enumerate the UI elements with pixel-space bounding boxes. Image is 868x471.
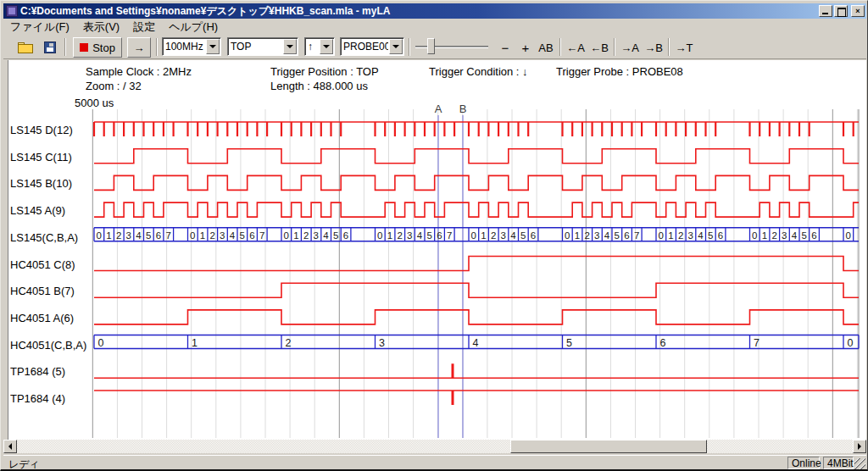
- goto-cursor-b-left-button[interactable]: ←B: [588, 37, 610, 58]
- svg-text:3: 3: [594, 230, 599, 241]
- svg-text:5: 5: [146, 230, 151, 241]
- svg-text:5: 5: [520, 230, 526, 241]
- svg-text:2: 2: [771, 230, 776, 241]
- toolbar-separator: [64, 38, 66, 56]
- close-button[interactable]: ×: [851, 5, 865, 17]
- trigger-edge-combobox[interactable]: ↑: [304, 37, 335, 56]
- slider-thumb[interactable]: [427, 38, 435, 54]
- svg-text:4: 4: [510, 230, 516, 241]
- menu-file[interactable]: ファイル(F): [3, 19, 76, 36]
- svg-text:2: 2: [303, 230, 309, 241]
- svg-text:3: 3: [220, 230, 225, 241]
- arrow-left-icon: [8, 443, 12, 450]
- svg-text:7: 7: [754, 337, 760, 349]
- svg-text:7: 7: [447, 230, 452, 241]
- svg-text:1: 1: [293, 230, 298, 241]
- svg-text:1: 1: [762, 230, 767, 241]
- scroll-right-button[interactable]: [853, 440, 866, 453]
- zoom-ab-button[interactable]: AB: [536, 37, 556, 58]
- scrollbar-thumb[interactable]: [510, 440, 707, 453]
- svg-text:5: 5: [802, 230, 807, 241]
- svg-text:3: 3: [126, 230, 131, 241]
- svg-text:4: 4: [323, 230, 329, 241]
- trigger-edge-value: ↑: [305, 41, 319, 53]
- goto-cursor-b-right-button[interactable]: →B: [643, 37, 665, 58]
- svg-text:0: 0: [565, 230, 570, 241]
- svg-text:0: 0: [190, 230, 195, 241]
- waveform-plot[interactable]: AB01234567012345670123456012345670123456…: [3, 60, 866, 440]
- status-message: レディ: [8, 457, 40, 471]
- chevron-down-icon: [392, 45, 399, 48]
- toolbar: Stop → 100MHz TOP ↑ PROBE00 − + AB: [3, 35, 866, 59]
- toolbar-separator: [559, 38, 561, 56]
- minimize-button[interactable]: [819, 5, 832, 17]
- toolbar-separator: [614, 38, 615, 56]
- menu-settings[interactable]: 設定: [126, 19, 162, 36]
- svg-text:4: 4: [136, 230, 142, 241]
- svg-text:7: 7: [634, 230, 639, 241]
- zoom-out-button[interactable]: −: [497, 37, 514, 58]
- svg-text:6: 6: [660, 337, 666, 349]
- svg-text:6: 6: [531, 230, 536, 241]
- svg-text:1: 1: [481, 230, 486, 241]
- goto-cursor-a-right-button[interactable]: →A: [619, 37, 641, 58]
- svg-text:4: 4: [698, 230, 704, 241]
- maximize-button[interactable]: [834, 5, 848, 17]
- svg-text:0: 0: [97, 230, 102, 241]
- zoom-slider[interactable]: [415, 37, 488, 58]
- run-arrow-icon: →: [134, 42, 145, 54]
- trigger-probe-value: PROBE00: [341, 41, 388, 53]
- resize-grip[interactable]: [854, 458, 865, 469]
- cursor-label: B: [459, 103, 467, 115]
- save-file-button[interactable]: [39, 37, 61, 58]
- title-bar[interactable]: C:¥Documents and Settings¥noname¥デスクトップ¥…: [3, 3, 866, 19]
- run-button[interactable]: →: [127, 37, 151, 58]
- open-folder-icon: [18, 42, 33, 53]
- svg-text:3: 3: [379, 337, 385, 349]
- status-bar: レディ Online 4MBit: [3, 455, 866, 470]
- horizontal-scrollbar[interactable]: [3, 440, 866, 453]
- toolbar-separator: [156, 38, 158, 56]
- sample-clock-combobox[interactable]: 100MHz: [162, 37, 221, 56]
- sample-clock-value: 100MHz: [163, 41, 205, 53]
- trigger-position-value: TOP: [228, 41, 282, 53]
- close-icon: ×: [855, 7, 860, 15]
- menu-view[interactable]: 表示(V): [76, 19, 126, 36]
- app-icon[interactable]: [6, 5, 18, 17]
- svg-text:6: 6: [249, 230, 254, 241]
- dropdown-button[interactable]: [283, 39, 297, 54]
- svg-text:4: 4: [604, 230, 610, 241]
- cursor-label: A: [435, 103, 442, 115]
- goto-cursor-a-left-button[interactable]: ←A: [565, 37, 587, 58]
- svg-text:1: 1: [387, 230, 392, 241]
- menu-bar: ファイル(F) 表示(V) 設定 ヘルプ(H): [3, 19, 866, 35]
- svg-text:2: 2: [209, 230, 214, 241]
- svg-text:6: 6: [343, 230, 348, 241]
- waveform-area: Sample Clock : 2MHz Zoom : / 32 Trigger …: [3, 60, 866, 440]
- window-title: C:¥Documents and Settings¥noname¥デスクトップ¥…: [20, 4, 817, 19]
- trigger-position-combobox[interactable]: TOP: [227, 37, 298, 56]
- scroll-left-button[interactable]: [3, 440, 17, 453]
- dropdown-button[interactable]: [320, 39, 333, 54]
- svg-text:6: 6: [437, 230, 442, 241]
- toolbar-separator: [668, 38, 670, 56]
- dropdown-button[interactable]: [389, 39, 403, 54]
- svg-text:2: 2: [397, 230, 402, 241]
- zoom-in-button[interactable]: +: [517, 37, 534, 58]
- svg-text:2: 2: [678, 230, 683, 241]
- trigger-probe-combobox[interactable]: PROBE00: [340, 37, 404, 56]
- open-file-button[interactable]: [14, 37, 37, 58]
- goto-trigger-button[interactable]: →T: [673, 37, 695, 58]
- svg-text:5: 5: [566, 337, 572, 349]
- svg-text:5: 5: [240, 230, 245, 241]
- stop-button[interactable]: Stop: [73, 37, 122, 58]
- dropdown-button[interactable]: [206, 39, 220, 54]
- svg-text:2: 2: [116, 230, 121, 241]
- stop-icon: [80, 43, 88, 52]
- svg-text:2: 2: [491, 230, 496, 241]
- svg-text:6: 6: [811, 230, 816, 241]
- svg-text:0: 0: [377, 230, 382, 241]
- menu-help[interactable]: ヘルプ(H): [162, 19, 225, 36]
- svg-text:5: 5: [427, 230, 432, 241]
- svg-text:4: 4: [473, 337, 479, 349]
